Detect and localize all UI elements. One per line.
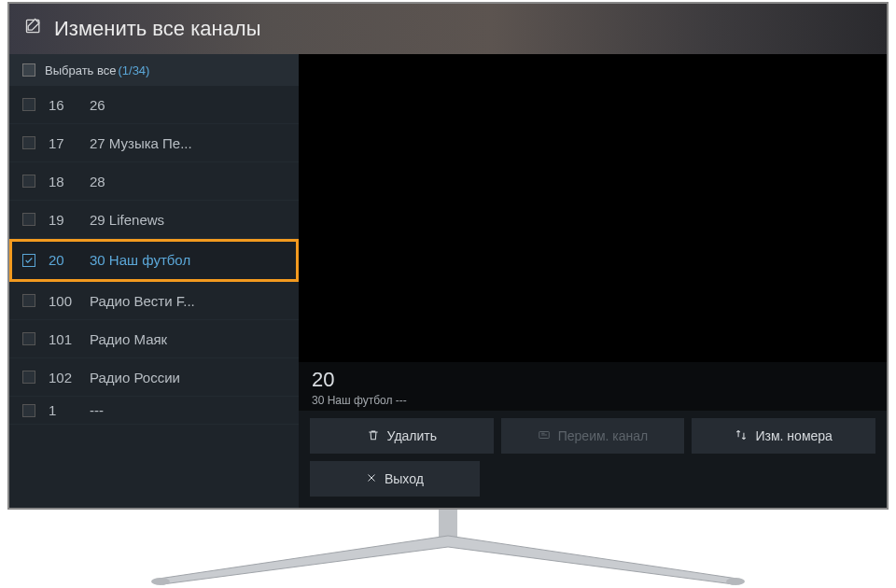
trash-icon	[367, 428, 380, 444]
channel-row-name: 29 Lifenews	[90, 212, 286, 228]
page-header: Изменить все каналы	[9, 4, 887, 54]
checkbox-icon[interactable]	[22, 294, 35, 307]
channel-row-name: Радио Вести F...	[90, 293, 286, 309]
channel-row-number: 101	[49, 331, 90, 347]
select-all-row[interactable]: Выбрать все (1/34)	[9, 54, 299, 86]
channel-row[interactable]: 101Радио Маяк	[9, 320, 299, 358]
checkbox-icon[interactable]	[22, 254, 35, 267]
channel-row[interactable]: 1727 Музыка Пе...	[9, 124, 299, 162]
checkbox-icon[interactable]	[22, 98, 35, 111]
exit-button[interactable]: Выход	[310, 461, 480, 497]
rename-button[interactable]: Переим. канал	[501, 418, 685, 454]
channel-row-number: 18	[49, 174, 90, 189]
channel-sidebar: Выбрать все (1/34) 16261727 Музыка Пе...…	[9, 54, 299, 508]
exit-label: Выход	[385, 471, 424, 486]
tv-stand	[0, 510, 896, 586]
channel-row[interactable]: 1---	[9, 397, 299, 425]
page-title: Изменить все каналы	[54, 17, 261, 41]
checkbox-icon[interactable]	[22, 371, 35, 384]
channel-row-name: Радио России	[90, 370, 286, 385]
renumber-button[interactable]: Изм. номера	[692, 418, 875, 454]
channel-row[interactable]: 1828	[9, 162, 299, 201]
delete-button[interactable]: Удалить	[310, 418, 494, 454]
channel-name: 30 Наш футбол ---	[312, 394, 874, 407]
channel-row[interactable]: 102Радио России	[9, 358, 299, 397]
channel-row-number: 19	[49, 212, 90, 228]
channel-list[interactable]: 16261727 Музыка Пе...18281929 Lifenews20…	[9, 86, 299, 508]
channel-row-name: 30 Наш футбол	[90, 252, 286, 268]
channel-row[interactable]: 1626	[9, 86, 299, 124]
svg-rect-2	[439, 510, 457, 538]
edit-icon	[24, 17, 43, 41]
renumber-label: Изм. номера	[755, 428, 832, 443]
channel-row-name: ---	[90, 402, 286, 418]
checkbox-icon[interactable]	[22, 63, 35, 77]
main-panel: 20 30 Наш футбол --- Удалить Переим. кан…	[299, 54, 887, 508]
select-all-count: (1/34)	[118, 63, 149, 77]
checkbox-icon[interactable]	[22, 332, 35, 345]
channel-row-number: 100	[49, 293, 90, 309]
channel-row[interactable]: 2030 Наш футбол	[9, 239, 299, 282]
rename-icon	[538, 428, 551, 444]
channel-number: 20	[312, 368, 874, 392]
svg-point-3	[151, 578, 170, 585]
checkbox-icon[interactable]	[22, 213, 35, 226]
tv-screen: Изменить все каналы Выбрать все (1/34) 1…	[7, 2, 889, 510]
rename-label: Переим. канал	[558, 428, 649, 443]
channel-row-name: 27 Музыка Пе...	[90, 135, 286, 151]
channel-info: 20 30 Наш футбол ---	[299, 362, 887, 411]
channel-row-number: 1	[49, 402, 90, 418]
checkbox-icon[interactable]	[22, 175, 35, 188]
action-bar: Удалить Переим. канал Изм. номера	[299, 411, 887, 508]
channel-preview	[299, 54, 887, 362]
channel-row-number: 16	[49, 97, 90, 113]
channel-row-name: 26	[90, 97, 286, 113]
checkbox-icon[interactable]	[22, 404, 35, 417]
channel-row[interactable]: 100Радио Вести F...	[9, 282, 299, 320]
channel-row[interactable]: 1929 Lifenews	[9, 201, 299, 239]
delete-label: Удалить	[387, 428, 437, 443]
checkbox-icon[interactable]	[22, 136, 35, 149]
channel-row-number: 102	[49, 370, 90, 385]
channel-row-number: 17	[49, 135, 90, 151]
svg-point-4	[726, 578, 745, 585]
channel-row-number: 20	[49, 252, 90, 268]
select-all-label: Выбрать все	[45, 63, 116, 77]
renumber-icon	[735, 428, 748, 444]
close-icon	[366, 471, 377, 486]
channel-row-name: Радио Маяк	[90, 331, 286, 347]
channel-row-name: 28	[90, 174, 286, 189]
